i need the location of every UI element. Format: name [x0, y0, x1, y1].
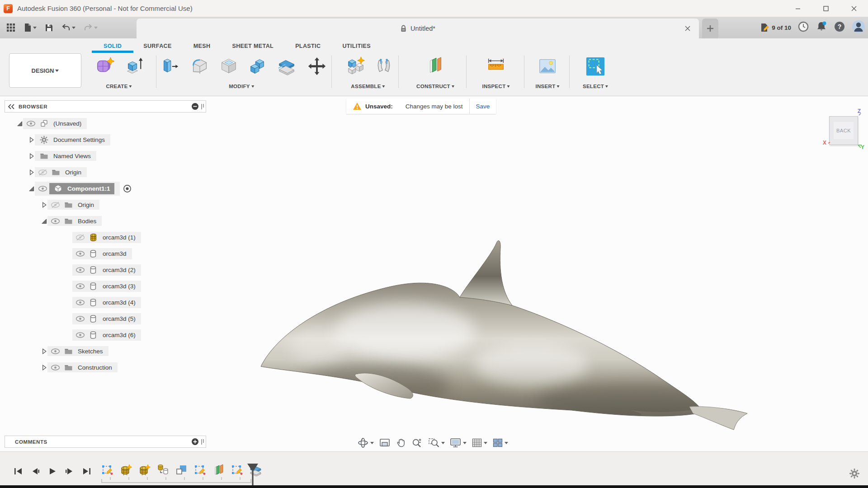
ribbon-tab-sheet-metal[interactable]: SHEET METAL [221, 42, 284, 51]
tree-node-label[interactable]: orcam3d (4) [103, 299, 136, 306]
comments-drag-handle[interactable] [201, 439, 204, 445]
tree-row[interactable]: orcam3d (4) [5, 294, 206, 310]
orbit-button[interactable] [356, 436, 375, 449]
visibility-on-icon[interactable] [49, 348, 61, 355]
play-button[interactable] [46, 465, 59, 477]
viewports-button[interactable] [491, 436, 509, 449]
tree-row[interactable]: orcam3d (3) [5, 278, 206, 294]
timeline-feature-sketch[interactable] [230, 463, 244, 477]
split-body-button[interactable] [275, 55, 298, 78]
expander-collapsed-icon[interactable] [28, 153, 35, 160]
insert-group-label[interactable]: INSERT [536, 84, 560, 89]
skip-to-end-button[interactable] [80, 465, 93, 477]
ribbon-tab-surface[interactable]: SURFACE [132, 42, 183, 51]
workspace-switcher[interactable]: DESIGN [9, 53, 81, 88]
look-at-button[interactable] [378, 436, 392, 449]
view-cube[interactable]: Z BACK X Y [826, 109, 866, 154]
select-group-label[interactable]: SELECT [583, 84, 608, 89]
expander-expanded-icon[interactable] [16, 120, 23, 127]
grid-settings-caret[interactable] [484, 442, 487, 444]
tree-row[interactable]: Origin [5, 164, 206, 180]
create-group-label[interactable]: CREATE [106, 84, 132, 89]
visibility-off-icon[interactable] [37, 169, 48, 176]
undo-caret[interactable] [72, 27, 75, 29]
visibility-on-icon[interactable] [74, 283, 86, 290]
visibility-on-icon[interactable] [49, 218, 61, 225]
close-button[interactable] [840, 0, 868, 17]
timeline-feature-construction-plane[interactable] [212, 463, 225, 477]
visibility-on-icon[interactable] [37, 185, 48, 192]
visibility-on-icon[interactable] [74, 267, 86, 273]
tree-node-label[interactable]: orcam3d (2) [103, 267, 136, 273]
new-tab-button[interactable] [702, 19, 718, 38]
expander-collapsed-icon[interactable] [41, 202, 47, 208]
modify-group-label[interactable]: MODIFY [229, 84, 254, 89]
ribbon-tab-utilities[interactable]: UTILITIES [331, 42, 382, 51]
expander-collapsed-icon[interactable] [28, 169, 35, 176]
ribbon-tab-plastic[interactable]: PLASTIC [284, 42, 331, 51]
user-avatar[interactable] [852, 20, 865, 35]
timeline-feature-convert-mesh[interactable] [156, 463, 170, 477]
create-form-button[interactable] [93, 55, 117, 78]
visibility-on-icon[interactable] [74, 332, 86, 338]
add-comment-icon[interactable] [191, 438, 199, 446]
job-history-button[interactable] [797, 21, 809, 34]
tree-row[interactable]: Origin [5, 197, 206, 213]
tree-node-label[interactable]: Named Views [53, 153, 91, 160]
tree-node-label[interactable]: Construction [78, 364, 112, 371]
fit-button[interactable] [427, 436, 446, 449]
tree-row[interactable]: orcam3d (6) [5, 327, 206, 343]
tree-row[interactable]: Component1:1 [5, 180, 206, 197]
fit-caret[interactable] [441, 442, 445, 444]
collapse-panel-icon[interactable] [8, 103, 15, 110]
tree-row[interactable]: orcam3d (2) [5, 262, 206, 278]
grid-settings-button[interactable] [471, 436, 488, 449]
orca-3d-model[interactable] [251, 230, 753, 446]
move-copy-button[interactable] [305, 55, 329, 78]
measure-button[interactable] [484, 55, 508, 78]
timeline-feature-insert-mesh[interactable] [119, 463, 132, 477]
tree-row[interactable]: (Unsaved) [5, 115, 206, 131]
pan-button[interactable] [395, 436, 407, 449]
tree-row[interactable]: Sketches [5, 343, 206, 359]
tree-node-label[interactable]: orcam3d [103, 250, 127, 257]
save-button[interactable] [42, 19, 56, 37]
tree-node-label[interactable]: Origin [78, 202, 94, 208]
maximize-button[interactable] [812, 0, 840, 17]
activate-component-radio[interactable] [123, 184, 132, 193]
tree-node-label[interactable]: Sketches [78, 348, 103, 355]
visibility-on-icon[interactable] [49, 364, 61, 371]
construct-group-label[interactable]: CONSTRUCT [416, 84, 454, 89]
redo-caret[interactable] [94, 27, 98, 29]
browser-header[interactable]: BROWSER [5, 100, 206, 113]
timeline-feature-insert-mesh[interactable] [137, 463, 151, 477]
visibility-on-icon[interactable] [74, 315, 86, 322]
shell-button[interactable] [217, 55, 241, 78]
canvas-viewport[interactable]: Unsaved: Changes may be lost Save BROWSE… [0, 96, 868, 451]
app-grid-icon[interactable] [4, 19, 18, 37]
tree-node-label[interactable]: Bodies [78, 218, 96, 225]
ribbon-tab-solid[interactable]: SOLID [93, 42, 132, 51]
undo-button[interactable] [59, 19, 78, 37]
visibility-on-icon[interactable] [25, 120, 37, 127]
display-settings-button[interactable] [449, 436, 467, 449]
visibility-on-icon[interactable] [74, 250, 86, 257]
save-link[interactable]: Save [476, 103, 490, 110]
new-component-button[interactable] [344, 55, 368, 78]
job-status-button[interactable]: 9 of 10 [760, 23, 791, 33]
redo-button[interactable] [81, 19, 100, 37]
insert-image-button[interactable] [536, 55, 559, 78]
inspect-group-label[interactable]: INSPECT [482, 84, 510, 89]
extrude-button[interactable] [122, 55, 145, 78]
tree-row[interactable]: Bodies [5, 213, 206, 229]
step-back-button[interactable] [29, 465, 42, 477]
expander-collapsed-icon[interactable] [41, 364, 47, 371]
tree-node-label[interactable]: Component1:1 [67, 185, 110, 192]
help-button[interactable]: ? [834, 21, 845, 34]
panel-drag-handle[interactable] [201, 104, 204, 109]
visibility-off-icon[interactable] [74, 234, 86, 241]
expander-expanded-icon[interactable] [41, 218, 47, 225]
skip-to-start-button[interactable] [12, 465, 24, 477]
tree-row[interactable]: Construction [5, 359, 206, 375]
assemble-group-label[interactable]: ASSEMBLE [351, 84, 385, 89]
